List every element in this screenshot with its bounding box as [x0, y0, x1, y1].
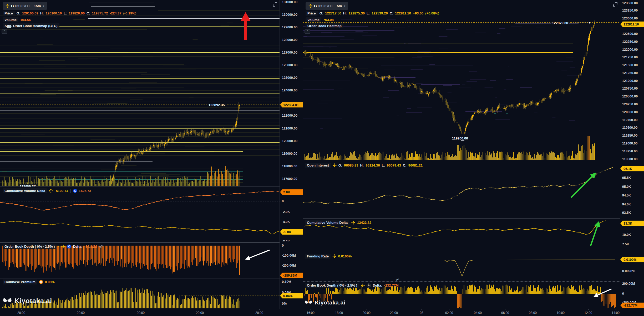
watermark-right: Kiyotaka.ai — [305, 299, 345, 306]
time-tick — [561, 309, 561, 310]
time-tick — [141, 309, 141, 310]
cvd-legend-left: Cumulative Volume Delta -5100.74 | 1425.… — [3, 188, 91, 193]
binance-icon — [6, 4, 9, 8]
axis-label: 119000.00 — [622, 142, 637, 145]
time-label: 20:00 — [77, 311, 85, 315]
symbol-base: BTC — [11, 4, 19, 8]
right-chart[interactable] — [303, 0, 620, 309]
axis-label: 122000.00 — [282, 114, 297, 117]
axis-label: 128000.00 — [282, 38, 297, 42]
close-value: 122811.10 — [395, 11, 411, 15]
binance-icon — [61, 245, 65, 248]
pane-divider[interactable] — [303, 218, 644, 219]
time-tick — [449, 309, 449, 310]
pane-divider[interactable] — [0, 242, 303, 243]
current-price-tag: 122884.01 — [280, 102, 303, 108]
time-label: 04:00 — [474, 311, 482, 315]
open-label: O: — [320, 11, 323, 15]
cvd-binance-value: -5100.74 — [55, 189, 68, 193]
oi-low: 96079.43 — [387, 163, 401, 167]
axis-tag: 2.0K — [280, 189, 303, 195]
axis-label: 120000.00 — [282, 139, 297, 143]
time-label: 02:00 — [445, 311, 453, 315]
binance-icon — [308, 4, 312, 8]
binance-icon — [332, 254, 336, 258]
axis-label: 123000.00 — [622, 17, 638, 20]
pane-divider-dashed[interactable] — [303, 281, 644, 282]
axis-label: 121000.00 — [622, 79, 638, 83]
axis-tag: -5.8K — [280, 229, 303, 235]
axis-label: 0 — [282, 244, 284, 247]
cvd-title: Cumulative Volume Delta — [305, 220, 349, 225]
heatmap-legend-right: Order Book Heatmap — [306, 23, 343, 28]
butterfly-icon — [3, 296, 12, 305]
axis-label: 118500.00 — [622, 157, 637, 161]
axis-label: 118750.00 — [622, 149, 637, 153]
volume-value: 763.08 — [323, 18, 334, 22]
pane-divider[interactable] — [0, 278, 303, 278]
axis-label: 131000.00 — [282, 0, 297, 4]
delta-label: Delta: — [373, 283, 382, 287]
axis-tag: 96.1K — [620, 166, 644, 172]
separator: | — [70, 189, 71, 193]
current-price-tag: 122811.10 — [620, 22, 644, 27]
oi-open: 96085.83 — [344, 163, 358, 167]
pane-divider[interactable] — [0, 187, 303, 187]
cvd-coinbase-value: 1425.73 — [79, 189, 91, 193]
time-tick — [339, 309, 339, 310]
time-tick — [200, 309, 200, 310]
symbol-selector-right[interactable]: BTCUSDT 5m ▾ — [306, 2, 348, 10]
volume-value: 164.56 — [20, 18, 31, 22]
timeframe: 5m — [337, 4, 342, 8]
bitcoin-icon — [39, 280, 43, 284]
axis-label: 121250.00 — [622, 71, 638, 75]
watermark-left: Kiyotaka.ai — [3, 296, 52, 305]
axis-label: -100.00M — [282, 254, 296, 257]
close-label: C: — [403, 163, 407, 167]
open-value: 122717.50 — [325, 11, 341, 15]
time-tick — [533, 309, 533, 310]
high-price-label: 122879.30 — [551, 21, 569, 25]
axis-tag: 13.3K — [620, 221, 644, 226]
binance-icon — [49, 189, 53, 193]
price-label: Price — [306, 11, 318, 16]
low-price-label: 119200.00 — [451, 136, 469, 141]
high-label: H: — [343, 11, 347, 15]
price-line-label-left: 122892.35 — [207, 103, 226, 107]
coinbase-icon — [73, 189, 77, 193]
time-tick — [422, 309, 422, 310]
axis-label: 129000.00 — [282, 25, 297, 29]
pane-divider-dashed[interactable] — [303, 252, 644, 252]
axis-label: 120750.00 — [622, 87, 638, 90]
pane-divider[interactable] — [303, 161, 644, 161]
collapse-button-left[interactable]: ^ — [2, 29, 7, 34]
chevron-down-icon: ▾ — [344, 4, 345, 7]
premium-value: 0.08% — [45, 280, 55, 284]
delta-value: -84.31M — [84, 245, 97, 248]
symbol-selector-left[interactable]: BTCUSDT 15m ▾ — [3, 2, 47, 10]
volume-legend-right: Volume 763.08 — [306, 17, 334, 22]
heatmap-label: Agg. Order Book Heatmap (BTC) — [3, 23, 59, 28]
expand-icon-right[interactable] — [613, 2, 617, 7]
axis-label: 93.5K — [622, 211, 631, 215]
axis-label: 10.0K — [622, 233, 631, 237]
exchange-icon-secondary — [367, 283, 371, 288]
time-label: 20:00 — [137, 311, 145, 315]
time-axis[interactable]: 20:0020:0020:0020:0020:0016:0018:0020:00… — [0, 309, 644, 316]
price-axis-left[interactable]: 131000.00130000.00129000.00128000.001270… — [280, 0, 303, 309]
link-icon[interactable] — [99, 245, 103, 249]
low-label: L: — [367, 11, 370, 15]
premium-title: Coinbase Premium — [3, 279, 37, 284]
time-label: 20:00 — [363, 311, 371, 315]
time-tick — [367, 309, 367, 310]
collapse-button-right[interactable]: ^ — [305, 29, 310, 34]
cvd-legend-right: Cumulative Volume Delta 13423.82 — [305, 220, 371, 225]
price-axis-right[interactable]: 123500.00123250.00123000.00122750.001225… — [620, 0, 644, 309]
axis-label: 119750.00 — [622, 118, 637, 122]
open-label: O: — [338, 163, 342, 167]
time-label: 06:00 — [501, 311, 509, 315]
premium-legend-left: Coinbase Premium 0.08% — [3, 279, 55, 284]
price-label: Price — [3, 11, 15, 16]
axis-label: -6.0K — [282, 240, 290, 243]
expand-icon-left[interactable] — [273, 2, 277, 7]
